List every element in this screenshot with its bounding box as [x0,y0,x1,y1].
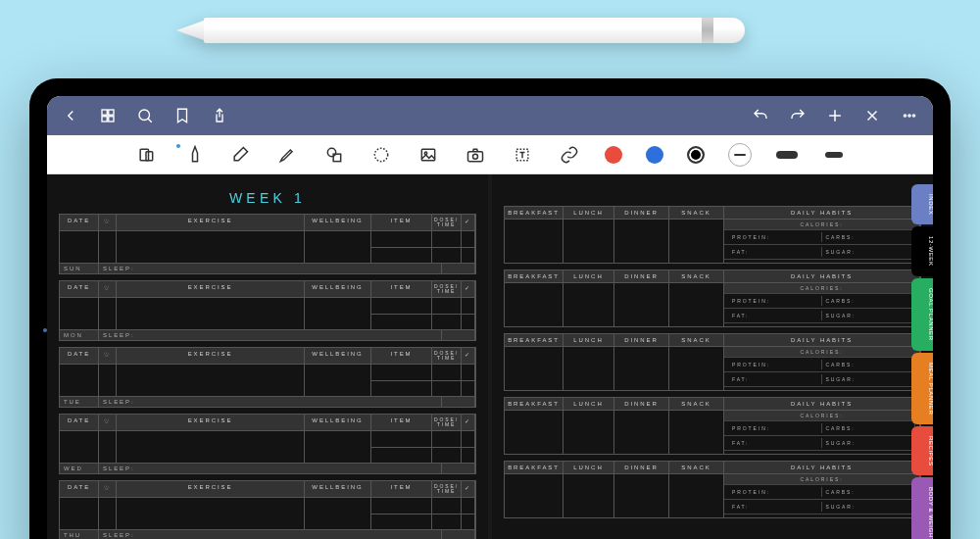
svg-point-12 [912,115,914,117]
svg-rect-14 [146,151,153,160]
brush-size-2[interactable] [822,143,846,167]
tab-meal-planner[interactable]: MEAL PLANNER [911,353,933,424]
day-row-tue: DATE♡EXERCISEWELLBEINGITEMDOSE/ TIME✓ TU… [59,347,476,408]
day-row-thu: DATE♡EXERCISEWELLBEINGITEMDOSE/ TIME✓ TH… [59,480,476,539]
svg-rect-3 [109,117,114,122]
undo-icon[interactable] [751,106,770,125]
app-topbar [47,96,933,135]
pen-tool-icon[interactable] [181,143,205,167]
color-red[interactable] [605,146,622,164]
day-row-mon: DATE♡EXERCISEWELLBEINGITEMDOSE/ TIME✓ MO… [59,280,476,341]
share-icon[interactable] [210,106,229,125]
meal-row-sun: BREAKFASTLUNCHDINNERSNACKDAILY HABITS CA… [504,206,921,264]
back-icon[interactable] [61,106,80,125]
svg-point-4 [139,110,150,121]
tablet-frame: WEEK 1 DATE♡EXERCISEWELLBEINGITEMDOSE/ T… [29,78,951,539]
notebook-content: WEEK 1 DATE♡EXERCISEWELLBEINGITEMDOSE/ T… [47,174,933,539]
svg-point-10 [904,115,906,117]
day-row-sun: DATE♡EXERCISEWELLBEINGITEMDOSE/ TIME✓ SU… [59,214,476,274]
apple-pencil [176,18,745,43]
tab-body-weight-tracker[interactable]: BODY & WEIGHT TRACKER [911,477,933,539]
svg-point-21 [473,154,478,159]
color-black[interactable] [687,146,705,164]
svg-rect-2 [102,117,107,122]
left-page[interactable]: WEEK 1 DATE♡EXERCISEWELLBEINGITEMDOSE/ T… [47,174,488,539]
screen: WEEK 1 DATE♡EXERCISEWELLBEINGITEMDOSE/ T… [47,96,933,539]
right-page[interactable]: BREAKFASTLUNCHDINNERSNACKDAILY HABITS CA… [492,174,933,539]
tab-goal-planner[interactable]: GOAL PLANNER [911,278,933,351]
zoom-tool-icon[interactable] [134,143,158,167]
shapes-tool-icon[interactable] [322,143,346,167]
link-tool-icon[interactable] [558,143,581,167]
svg-point-15 [327,148,335,156]
tab-index[interactable]: INDEX [911,184,933,224]
stroke-width[interactable] [728,143,752,167]
week-title: WEEK 1 [59,190,476,206]
add-icon[interactable] [825,106,845,125]
tab-recipes[interactable]: RECIPES [911,426,933,476]
bookmark-icon[interactable] [172,106,192,125]
svg-rect-1 [109,110,114,115]
meal-row-tue: BREAKFASTLUNCHDINNERSNACKDAILY HABITS CA… [504,333,921,391]
image-tool-icon[interactable] [416,143,440,167]
meal-row-mon: BREAKFASTLUNCHDINNERSNACKDAILY HABITS CA… [504,270,921,327]
highlighter-tool-icon[interactable] [275,143,299,167]
svg-rect-20 [468,151,483,161]
eraser-tool-icon[interactable] [228,143,252,167]
svg-rect-0 [102,110,107,115]
close-icon[interactable] [862,106,882,125]
svg-point-11 [908,115,910,117]
svg-rect-18 [421,149,434,161]
brush-size-1[interactable] [775,143,799,167]
drawing-toolbar [47,135,933,174]
meal-row-wed: BREAKFASTLUNCHDINNERSNACKDAILY HABITS CA… [504,397,921,455]
camera-tool-icon[interactable] [464,143,487,167]
tab--week[interactable]: 12-WEEK [911,226,933,276]
color-blue[interactable] [646,146,663,164]
lasso-tool-icon[interactable] [369,143,393,167]
side-tabs: INDEX12-WEEKGOAL PLANNERMEAL PLANNERRECI… [911,184,933,539]
search-icon[interactable] [135,106,155,125]
meal-row-thu: BREAKFASTLUNCHDINNERSNACKDAILY HABITS CA… [504,461,921,518]
more-icon[interactable] [900,106,919,125]
grid-icon[interactable] [98,106,118,125]
svg-line-5 [148,119,152,122]
day-row-wed: DATE♡EXERCISEWELLBEINGITEMDOSE/ TIME✓ WE… [59,414,476,474]
text-tool-icon[interactable] [511,143,534,167]
svg-point-17 [374,148,387,161]
redo-icon[interactable] [788,106,808,125]
